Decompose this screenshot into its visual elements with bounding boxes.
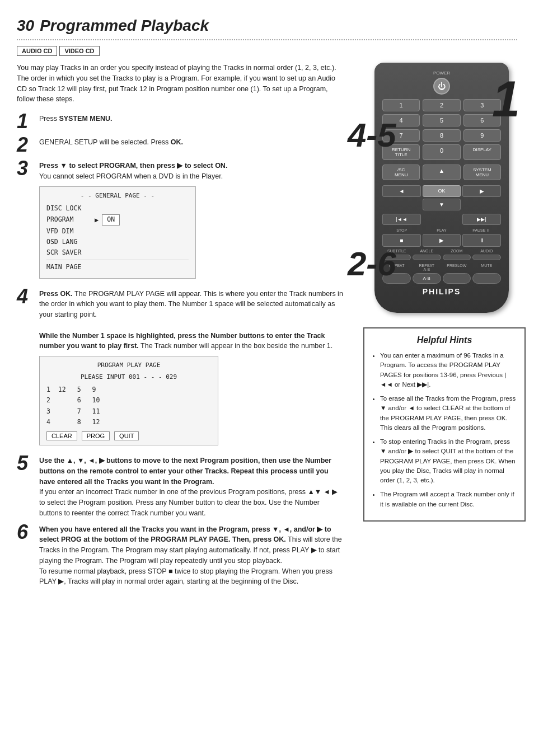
step-4: 4 Press OK. The PROGRAM PLAY PAGE will a… bbox=[17, 289, 344, 450]
btn-ok[interactable]: OK bbox=[423, 185, 461, 197]
prog-col-3: 9 10 11 12 bbox=[92, 385, 100, 427]
intro-text: You may play Tracks in an order you spec… bbox=[17, 63, 344, 105]
big-number-1: 1 bbox=[492, 74, 520, 124]
skip-row: |◄◄ ▶▶| bbox=[382, 214, 501, 225]
skip-empty bbox=[423, 214, 461, 225]
osd-title: - - GENERAL PAGE - - bbox=[46, 191, 189, 201]
step-6: 6 When you have entered all the Tracks y… bbox=[17, 524, 344, 588]
hint-4: The Program will accept a Track number o… bbox=[380, 490, 518, 509]
stop-label: STOP bbox=[382, 228, 421, 232]
dpad-empty-br bbox=[462, 199, 501, 210]
osd-row-mainpage: MAIN PAGE bbox=[46, 262, 189, 272]
btn-mute[interactable] bbox=[472, 273, 501, 284]
btn-pause[interactable]: ⏸ bbox=[462, 234, 501, 247]
step-1-content: Press SYSTEM MENU. bbox=[39, 114, 344, 124]
hint-3: To stop entering Tracks in the Program, … bbox=[380, 437, 518, 485]
btn-0[interactable]: 0 bbox=[423, 144, 460, 160]
btn-2[interactable]: 2 bbox=[423, 99, 460, 111]
play-labels: STOP PLAY PAUSE ⏸ bbox=[382, 228, 501, 232]
btn-prev[interactable]: |◄◄ bbox=[382, 214, 421, 225]
btn-next[interactable]: ▶▶| bbox=[462, 214, 501, 225]
step-4-content: Press OK. The PROGRAM PLAY PAGE will app… bbox=[39, 289, 344, 450]
btn-play[interactable]: ▶ bbox=[423, 234, 461, 247]
left-column: You may play Tracks in an order you spec… bbox=[17, 63, 344, 593]
remote-power-area: ⏻ bbox=[382, 78, 501, 95]
step-number-5: 5 bbox=[17, 453, 39, 473]
hint-2: To erase all the Tracks from the Program… bbox=[380, 394, 518, 433]
step-number-6: 6 bbox=[17, 522, 39, 542]
menu-row: /SCMENU ▲ SYSTEMMENU bbox=[382, 165, 501, 180]
right-column: 4-5 2-6 1 POWER ⏻ 1 2 3 bbox=[355, 63, 517, 593]
btn-1[interactable]: 1 bbox=[382, 99, 420, 111]
power-icon: ⏻ bbox=[438, 82, 446, 91]
extra-labels-2: REPEAT REPEATA-B PRESLOW MUTE bbox=[382, 264, 501, 271]
dpad: ◄ OK ▶ ▼ bbox=[382, 184, 501, 210]
disc-badges: AUDIO CD VIDEO CD bbox=[17, 46, 517, 56]
btn-audio[interactable] bbox=[472, 255, 501, 260]
step-number-4: 4 bbox=[17, 287, 39, 307]
step-5: 5 Use the ▲, ▼, ◄, ▶ buttons to move to … bbox=[17, 456, 344, 519]
power-label: POWER bbox=[382, 71, 501, 76]
prog-button[interactable]: PROG bbox=[82, 431, 110, 440]
btn-up[interactable]: ▲ bbox=[423, 165, 460, 180]
pause-label: PAUSE ⏸ bbox=[462, 228, 501, 232]
step-number-2: 2 bbox=[17, 135, 39, 155]
extra-labels-1: SUBTITLE ANGLE ZOOM AUDIO bbox=[382, 249, 501, 253]
page-number: 30 bbox=[17, 17, 34, 35]
program-value: ON bbox=[102, 214, 120, 225]
prog-title: PROGRAM PLAY PAGE bbox=[46, 361, 211, 370]
osd-row-program: PROGRAM ▶ ON bbox=[46, 214, 189, 225]
step-1: 1 Press SYSTEM MENU. bbox=[17, 114, 344, 132]
step-6-content: When you have entered all the Tracks you… bbox=[39, 524, 344, 588]
btn-zoom[interactable] bbox=[443, 255, 471, 260]
prog-tracks: 1 12 2 3 4 5 6 7 8 bbox=[46, 385, 211, 427]
extra-row-1 bbox=[382, 255, 501, 260]
audio-cd-badge: AUDIO CD bbox=[17, 46, 57, 56]
divider bbox=[17, 39, 517, 40]
page-container: 30 Programmed Playback AUDIO CD VIDEO CD… bbox=[0, 0, 534, 609]
dpad-empty-bl bbox=[382, 199, 421, 210]
play-row: ■ ▶ ⏸ bbox=[382, 234, 501, 247]
audio-label: AUDIO bbox=[472, 249, 502, 253]
prog-col-1: 1 12 2 3 4 bbox=[46, 385, 66, 427]
btn-8[interactable]: 8 bbox=[423, 129, 460, 142]
play-label: PLAY bbox=[422, 228, 461, 232]
prog-play-box: PROGRAM PLAY PAGE PLEASE INPUT 001 - - -… bbox=[39, 356, 218, 445]
number-grid: 1 2 3 4 5 6 7 8 9 RETURNTITLE 0 DISPLAY bbox=[382, 99, 501, 160]
btn-angle[interactable] bbox=[413, 255, 441, 260]
btn-left[interactable]: ◄ bbox=[382, 185, 421, 197]
step-2-content: GENERAL SETUP will be selected. Press OK… bbox=[39, 137, 344, 148]
remote-wrapper: 4-5 2-6 1 POWER ⏻ 1 2 3 bbox=[358, 63, 514, 313]
hint-1: You can enter a maximum of 96 Tracks in … bbox=[380, 351, 518, 389]
btn-sc-menu[interactable]: /SCMENU bbox=[382, 165, 420, 180]
step-3: 3 Press ▼ to select PROGRAM, then press … bbox=[17, 161, 344, 283]
big-number-26: 2-6 bbox=[348, 247, 396, 281]
mute-label: MUTE bbox=[472, 264, 502, 271]
step-5-content: Use the ▲, ▼, ◄, ▶ buttons to move to th… bbox=[39, 456, 344, 519]
main-layout: You may play Tracks in an order you spec… bbox=[17, 63, 517, 593]
prog-input-range: PLEASE INPUT 001 - - - 029 bbox=[46, 373, 211, 382]
btn-system-menu[interactable]: SYSTEMMENU bbox=[463, 165, 501, 180]
btn-5[interactable]: 5 bbox=[423, 114, 460, 126]
extra-row-2: A-B bbox=[382, 273, 501, 284]
quit-button[interactable]: QUIT bbox=[114, 431, 139, 440]
hints-box: Helpful Hints You can enter a maximum of… bbox=[363, 327, 526, 522]
step-3-content: Press ▼ to select PROGRAM, then press ▶ … bbox=[39, 161, 344, 283]
page-title: Programmed Playback bbox=[40, 17, 209, 35]
btn-display[interactable]: DISPLAY bbox=[463, 144, 501, 160]
clear-button[interactable]: CLEAR bbox=[46, 431, 77, 440]
btn-right[interactable]: ▶ bbox=[462, 185, 501, 197]
btn-9[interactable]: 9 bbox=[463, 129, 501, 142]
btn-repeat-ab[interactable]: A-B bbox=[413, 273, 441, 284]
power-button[interactable]: ⏻ bbox=[433, 78, 450, 95]
repeat-ab-label: REPEATA-B bbox=[413, 264, 442, 271]
btn-down[interactable]: ▼ bbox=[423, 199, 461, 210]
big-number-45: 4-5 bbox=[348, 119, 396, 152]
step-2: 2 GENERAL SETUP will be selected. Press … bbox=[17, 137, 344, 155]
philips-logo: PHILIPS bbox=[382, 287, 501, 296]
step-number-3: 3 bbox=[17, 158, 39, 179]
video-cd-badge: VIDEO CD bbox=[59, 46, 99, 56]
btn-preslow[interactable] bbox=[443, 273, 471, 284]
zoom-label: ZOOM bbox=[442, 249, 471, 253]
osd-row-osdlang: OSD LANG bbox=[46, 237, 189, 247]
